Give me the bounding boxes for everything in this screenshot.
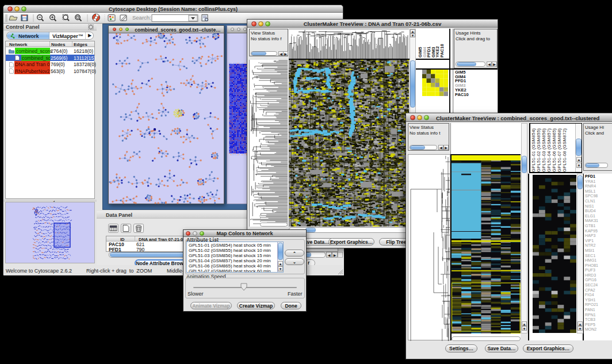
svg-text:Search:: Search: — [132, 14, 151, 21]
